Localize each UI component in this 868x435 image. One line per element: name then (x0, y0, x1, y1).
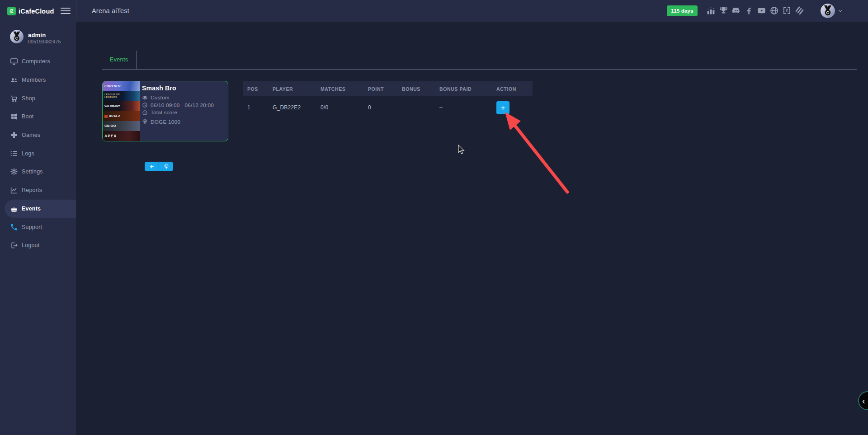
hamburger-menu-icon[interactable] (61, 8, 71, 14)
icafecloud-icon[interactable] (782, 6, 792, 15)
youtube-icon[interactable] (757, 6, 766, 15)
sidebar-nav: Computers Members Shop Boot Games Logs (0, 52, 76, 255)
mouse-cursor (458, 145, 464, 154)
cell-pos: 1 (243, 104, 268, 111)
col-action: ACTION (492, 86, 533, 92)
event-title: Smash Bro (142, 84, 225, 92)
sidebar-user-avatar[interactable] (10, 30, 24, 44)
cell-matches: 0/0 (316, 104, 363, 111)
app-root: i2 iCafeCloud Arena aiTest 115 days admi… (0, 0, 868, 435)
top-bar: i2 iCafeCloud Arena aiTest 115 days (0, 0, 868, 22)
game-tile-csgo: CS:GO (103, 121, 140, 131)
sidebar-item-logout[interactable]: Logout (0, 236, 76, 255)
collapse-panel-button[interactable]: ‹ (858, 391, 868, 410)
windows-icon (10, 112, 18, 121)
sidebar-item-settings[interactable]: Settings (0, 163, 76, 181)
license-days-badge[interactable]: 115 days (667, 5, 698, 16)
game-tile-league-of-legends: LEAGUE OF LEGENDS (103, 91, 140, 101)
event-schedule-line: 06/10 09:00 - 06/12 20:00 (142, 102, 225, 109)
cell-action: + (492, 101, 533, 114)
sidebar: admin 005193482475 Computers Members Sho… (0, 22, 76, 435)
event-prize-line: DOGE 1000 (142, 118, 225, 126)
col-player: PLAYER (268, 86, 316, 92)
sidebar-item-games[interactable]: Games (0, 126, 76, 145)
col-pos: POS (243, 86, 268, 92)
event-type-line: Custom (142, 94, 225, 102)
logout-icon (10, 241, 18, 249)
sidebar-item-shop[interactable]: Shop (0, 89, 76, 108)
app-logo[interactable]: i2 iCafeCloud (7, 7, 54, 15)
col-bonus-paid: BONUS PAID (435, 86, 492, 92)
layers-icon[interactable] (795, 6, 804, 15)
col-matches: MATCHES (316, 86, 363, 92)
sidebar-item-reports[interactable]: Reports (0, 181, 76, 200)
col-point: POINT (363, 86, 397, 92)
cell-point: 0 (363, 104, 397, 111)
event-games-collage: FORTNITE LEAGUE OF LEGENDS VALORANT DOTA… (103, 81, 140, 141)
red-arrow (513, 123, 567, 192)
clock-icon (142, 102, 148, 108)
arrow-left-icon (149, 164, 155, 169)
cell-bonus-paid: – (435, 104, 492, 111)
sidebar-item-members[interactable]: Members (0, 71, 76, 89)
game-tile-apex: APEX (103, 131, 140, 141)
crown-icon (10, 205, 18, 213)
people-icon (10, 76, 18, 84)
ranking-icon[interactable] (706, 6, 716, 15)
line-chart-icon (10, 186, 18, 194)
gem-icon (164, 164, 169, 169)
user-avatar[interactable] (821, 4, 835, 18)
pager-prize-button[interactable] (159, 162, 173, 171)
app-logo-text: iCafeCloud (19, 8, 54, 15)
topbar-divider (76, 0, 76, 22)
add-bonus-button[interactable]: + (496, 101, 509, 114)
game-tile-valorant: VALORANT (103, 101, 140, 111)
gem-icon (142, 119, 148, 125)
cart-icon (10, 94, 18, 103)
user-id: 005193482475 (28, 39, 61, 44)
tab-events[interactable]: Events (102, 49, 136, 69)
col-bonus: BONUS (397, 86, 435, 92)
leaderboard-row: 1 G_DB22E2 0/0 0 – + (243, 96, 533, 119)
phone-icon (10, 223, 18, 231)
event-card-body: Smash Bro Custom 06/10 09:00 - 06/12 20:… (142, 84, 225, 126)
tabbar-bottom-border (102, 69, 857, 70)
pager-back-button[interactable] (145, 162, 159, 171)
discord-icon[interactable] (731, 6, 741, 15)
tab-divider (136, 51, 137, 69)
list-icon (10, 150, 18, 158)
sidebar-item-support[interactable]: Support (0, 218, 76, 236)
event-pager (145, 162, 173, 171)
sidebar-item-logs[interactable]: Logs (0, 144, 76, 163)
user-name: admin (28, 32, 46, 38)
chevron-left-icon: ‹ (862, 396, 865, 406)
dpad-icon (10, 131, 18, 139)
game-tile-dota2: DOTA 2 (103, 111, 140, 121)
globe-icon[interactable] (769, 6, 779, 15)
clock-icon (142, 110, 148, 116)
game-tile-fortnite: FORTNITE (103, 81, 140, 91)
monitor-icon (10, 57, 18, 65)
page-title: Arena aiTest (92, 0, 129, 22)
sidebar-item-events[interactable]: Events (5, 200, 76, 218)
eye-icon (142, 95, 148, 101)
sidebar-item-boot[interactable]: Boot (0, 108, 76, 126)
facebook-icon[interactable] (744, 6, 754, 15)
topbar-icon-row (706, 6, 804, 15)
event-scoring-line: Total score (142, 109, 225, 117)
sidebar-item-computers[interactable]: Computers (0, 52, 76, 71)
gear-icon (10, 168, 18, 176)
tabbar-top-border (102, 49, 857, 49)
cell-player: G_DB22E2 (268, 104, 316, 111)
leaderboard-header: POS PLAYER MATCHES POINT BONUS BONUS PAI… (243, 81, 533, 96)
trophy-icon[interactable] (719, 6, 728, 15)
chevron-down-icon[interactable] (837, 8, 844, 14)
icafecloud-logo-icon: i2 (7, 7, 16, 15)
event-card[interactable]: FORTNITE LEAGUE OF LEGENDS VALORANT DOTA… (102, 81, 228, 141)
